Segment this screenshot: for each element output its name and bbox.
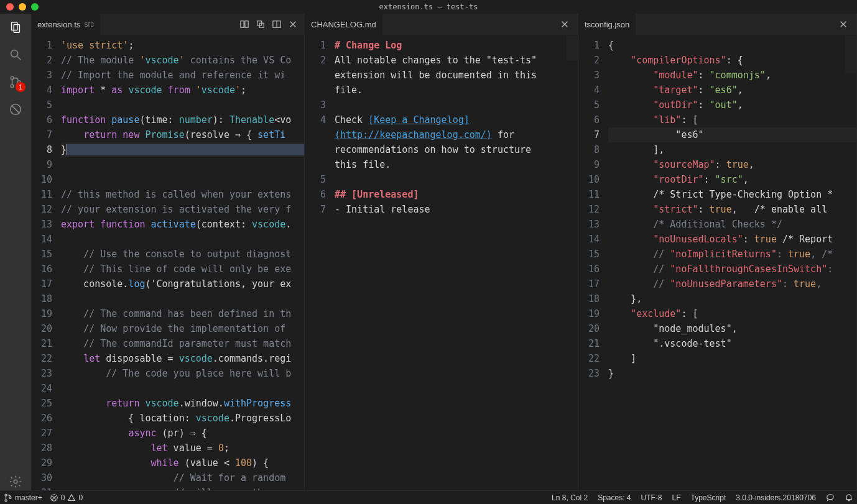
status-spaces[interactable]: Spaces: 4 — [598, 493, 631, 502]
tab-changelog-md[interactable]: CHANGELOG.md — [305, 14, 383, 35]
indent: Spaces: 4 — [598, 493, 631, 502]
debug-icon[interactable] — [7, 101, 24, 118]
open-changes-icon[interactable] — [256, 19, 266, 29]
tab-actions-1 — [233, 14, 304, 35]
line-gutter-1: 1234567891011121314151617181920212223242… — [31, 35, 61, 490]
source-control-icon[interactable]: 1 — [7, 73, 24, 91]
close-tab-icon[interactable] — [288, 19, 298, 29]
editor-pane-1: extension.ts src 12345678910111213141516… — [31, 14, 305, 490]
svg-rect-1 — [14, 24, 19, 32]
editor-pane-3: tsconfig.json 12345678910111213141516171… — [578, 14, 857, 490]
warning-count: 0 — [78, 493, 83, 502]
svg-point-9 — [14, 480, 17, 483]
workbench: 1 extension.ts src — [0, 14, 857, 490]
close-tab-icon[interactable] — [836, 20, 850, 29]
explorer-icon[interactable] — [7, 19, 24, 36]
status-eol[interactable]: LF — [672, 493, 681, 502]
svg-point-24 — [9, 497, 11, 498]
minimap-2[interactable] — [567, 35, 578, 60]
lang: TypeScript — [691, 493, 726, 502]
svg-point-22 — [5, 494, 7, 496]
tabbar-2: CHANGELOG.md — [305, 14, 578, 35]
tab-tsconfig-json[interactable]: tsconfig.json — [578, 14, 636, 35]
status-feedback-icon[interactable] — [826, 493, 835, 502]
error-count: 0 — [61, 493, 65, 502]
svg-rect-0 — [12, 22, 17, 30]
editor-2[interactable]: 1234567 # Change LogAll notable changes … — [305, 35, 578, 490]
editor-3[interactable]: 1234567891011121314151617181920212223 { … — [578, 35, 856, 490]
status-version[interactable]: 3.0.0-insiders.20180706 — [736, 493, 816, 502]
status-encoding[interactable]: UTF-8 — [641, 493, 662, 502]
svg-point-2 — [11, 50, 18, 57]
encoding: UTF-8 — [641, 493, 662, 502]
tab-label: tsconfig.json — [585, 20, 629, 29]
tab-extension-ts[interactable]: extension.ts src — [31, 14, 101, 35]
search-icon[interactable] — [7, 46, 24, 63]
status-branch[interactable]: master+ — [4, 493, 42, 502]
tab-label: extension.ts — [37, 20, 80, 29]
branch-name: master+ — [15, 493, 42, 502]
svg-point-5 — [11, 85, 14, 88]
minimap-3[interactable] — [845, 35, 856, 73]
editor-1[interactable]: 1234567891011121314151617181920212223242… — [31, 35, 304, 490]
split-editor-icon[interactable] — [272, 19, 282, 29]
status-problems[interactable]: 0 0 — [50, 493, 83, 502]
svg-rect-11 — [245, 21, 248, 28]
tabbar-3: tsconfig.json — [578, 14, 856, 35]
window-title: extension.ts — test-ts — [0, 2, 857, 11]
status-bar: master+ 0 0 Ln 8, Col 2 Spaces: 4 UTF-8 … — [0, 490, 857, 504]
editor-group: extension.ts src 12345678910111213141516… — [31, 14, 857, 490]
status-cursor[interactable]: Ln 8, Col 2 — [552, 493, 588, 502]
svg-point-4 — [11, 76, 14, 80]
svg-line-8 — [12, 106, 20, 114]
titlebar: extension.ts — test-ts — [0, 0, 857, 14]
close-tab-icon[interactable] — [558, 20, 572, 29]
svg-point-23 — [5, 499, 7, 501]
code-area-2[interactable]: # Change LogAll notable changes to the "… — [335, 35, 578, 490]
editor-pane-2: CHANGELOG.md 1234567 # Change LogAll not… — [305, 14, 578, 490]
line-gutter-2: 1234567 — [305, 35, 335, 490]
status-language[interactable]: TypeScript — [691, 493, 726, 502]
tab-dirname: src — [84, 20, 94, 29]
tab-label: CHANGELOG.md — [311, 20, 376, 29]
tabbar-1: extension.ts src — [31, 14, 304, 35]
activity-bar: 1 — [0, 14, 31, 490]
svg-line-3 — [17, 57, 21, 60]
scm-badge: 1 — [16, 82, 25, 92]
line-gutter-3: 1234567891011121314151617181920212223 — [578, 35, 608, 490]
eol: LF — [672, 493, 681, 502]
svg-rect-10 — [241, 21, 244, 28]
code-area-3[interactable]: { "compilerOptions": { "module": "common… — [608, 35, 856, 490]
compare-icon[interactable] — [239, 19, 249, 29]
code-area-1[interactable]: 'use strict';// The module 'vscode' cont… — [61, 35, 304, 490]
cursor-pos: Ln 8, Col 2 — [552, 493, 588, 502]
settings-icon[interactable] — [7, 473, 24, 490]
version: 3.0.0-insiders.20180706 — [736, 493, 816, 502]
status-bell-icon[interactable] — [845, 493, 853, 502]
